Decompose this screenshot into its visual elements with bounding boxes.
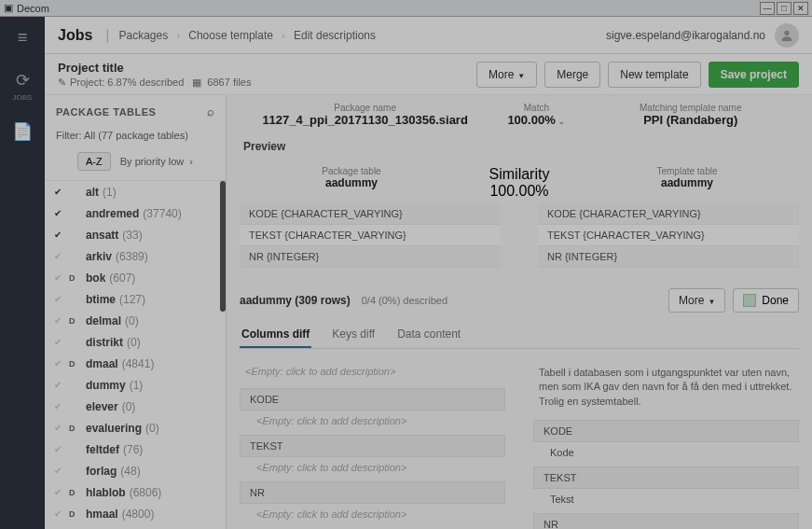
check-icon: ✔ — [54, 508, 69, 519]
tab-data-content[interactable]: Data content — [395, 322, 462, 348]
table-row[interactable]: ✔dummy(1) — [45, 374, 226, 396]
menu-icon[interactable]: ≡ — [9, 24, 35, 50]
d-flag: D — [69, 273, 86, 283]
table-row[interactable]: ✔btime(127) — [45, 288, 226, 310]
search-icon[interactable]: ⌕ — [207, 104, 215, 118]
table-name: elever — [86, 400, 118, 413]
table-name: hlablob — [86, 486, 126, 499]
match-value[interactable]: 100.00% ⌄ — [485, 113, 587, 127]
table-row[interactable]: ✔andremed(37740) — [45, 202, 226, 224]
new-template-button[interactable]: New template — [608, 62, 700, 88]
table-row[interactable]: ✔Ddmaal(4841) — [45, 353, 226, 374]
more-button[interactable]: More▼ — [476, 62, 537, 88]
nav-iconbar: ≡ ⟳ JOBS 📄 — [0, 17, 45, 529]
table-count: (4800) — [122, 508, 155, 521]
table-row[interactable]: ✔arkiv(6389) — [45, 245, 226, 267]
table-count: (1) — [103, 186, 117, 199]
sidebar: PACKAGE TABLES ⌕ Filter: All (77 package… — [45, 95, 227, 529]
project-title: Project title — [58, 61, 251, 75]
table-row[interactable]: ✔elever(0) — [45, 396, 226, 417]
preview-heading: Preview — [240, 134, 799, 159]
template-name-label: Matching template name — [588, 103, 794, 113]
table-count: (0) — [145, 422, 159, 435]
check-icon: ✔ — [54, 487, 69, 497]
crumb-edit-descriptions[interactable]: Edit descriptions — [294, 29, 376, 42]
field-value[interactable]: <Empty: click to add description> — [240, 411, 505, 431]
window-titlebar: ▣ Decom — □ ✕ — [0, 0, 812, 17]
table-count: (33) — [122, 229, 142, 242]
check-icon: ✔ — [54, 466, 69, 476]
table-count: (4841) — [122, 357, 155, 370]
table-count: (1) — [130, 379, 144, 392]
d-flag: D — [69, 316, 86, 326]
table-row[interactable]: ✔Dhmaal(4800) — [45, 503, 226, 524]
package-name: 1127_4_ppi_20171130_130356.siard — [245, 113, 485, 127]
table-row[interactable]: ✔Dbok(607) — [45, 267, 226, 288]
table-row[interactable]: ✔Ddelmal(0) — [45, 310, 226, 331]
note-add-icon[interactable]: 📄 — [9, 118, 35, 145]
column-item: NR {INTEGER} — [240, 246, 501, 268]
table-row[interactable]: ✔feltdef(76) — [45, 439, 226, 460]
field-header: KODE — [240, 388, 505, 411]
detail-more-button[interactable]: More▼ — [668, 288, 725, 313]
column-item: NR {INTEGER} — [538, 246, 799, 268]
check-icon: ✔ — [54, 294, 69, 304]
check-icon: ✔ — [54, 315, 69, 326]
sort-az-button[interactable]: A-Z — [77, 152, 111, 171]
table-name: bok — [86, 271, 105, 285]
table-desc-empty[interactable]: <Empty: click to add description> — [240, 358, 505, 384]
maximize-button[interactable]: □ — [777, 2, 791, 15]
table-row[interactable]: ✔forlag(48) — [45, 460, 226, 481]
table-row[interactable]: ✔distrikt(0) — [45, 331, 226, 353]
right-columns: KODE {CHARACTER_VARYING}TEKST {CHARACTER… — [538, 203, 799, 268]
crumb-packages[interactable]: Packages — [119, 29, 169, 42]
pkg-table-name: aadummy — [240, 176, 463, 189]
sort-priority-link[interactable]: By priority low › — [120, 156, 193, 167]
close-button[interactable]: ✕ — [793, 2, 808, 15]
package-table-list[interactable]: ✔alt(1)✔andremed(37740)✔ansatt(33)✔arkiv… — [45, 180, 226, 529]
template-name: PPI (Randaberg) — [588, 113, 794, 127]
table-count: (607) — [109, 271, 135, 285]
tab-columns-diff[interactable]: Columns diff — [240, 322, 311, 348]
package-name-label: Package name — [245, 103, 485, 113]
table-name: arkiv — [86, 250, 112, 263]
check-icon: ✔ — [54, 423, 69, 433]
tab-keys-diff[interactable]: Keys diff — [330, 322, 377, 348]
field-value[interactable]: <Empty: click to add description> — [240, 504, 505, 524]
avatar[interactable] — [775, 23, 799, 48]
table-name: evaluering — [86, 422, 142, 435]
scrollbar-thumb[interactable] — [220, 181, 226, 312]
similarity-label: Similarity — [463, 166, 575, 183]
minimize-button[interactable]: — — [760, 2, 775, 15]
field-header: TEKST — [533, 466, 799, 489]
field-value[interactable]: <Empty: click to add description> — [240, 457, 505, 478]
column-item: KODE {CHARACTER_VARYING} — [240, 203, 501, 225]
merge-button[interactable]: Merge — [544, 62, 600, 88]
table-count: (76) — [123, 443, 143, 456]
done-button[interactable]: Done — [733, 288, 799, 313]
save-project-button[interactable]: Save project — [709, 62, 799, 88]
check-icon: ✔ — [54, 272, 69, 283]
crumb-choose-template[interactable]: Choose template — [188, 29, 273, 42]
table-row[interactable]: ✔ansatt(33) — [45, 224, 226, 245]
table-count: (0) — [127, 336, 141, 349]
check-icon: ✔ — [54, 187, 69, 197]
diff-left: <Empty: click to add description> KODE<E… — [240, 358, 505, 529]
sync-icon[interactable]: ⟳ — [9, 67, 35, 93]
field-header: NR — [240, 481, 505, 504]
match-label: Match — [485, 103, 587, 113]
table-row[interactable]: ✔Dhlablob(6806) — [45, 481, 226, 503]
field-header: KODE — [533, 420, 799, 442]
d-flag: D — [69, 488, 86, 497]
table-desc-note: Tabell i databasen som i utgangspunktet … — [533, 358, 799, 416]
table-name: dmaal — [86, 357, 118, 370]
d-flag: D — [69, 424, 86, 433]
sidebar-filter[interactable]: Filter: All (77 package tables) — [45, 124, 226, 146]
column-item: TEKST {CHARACTER_VARYING} — [240, 225, 501, 246]
pkg-table-label: Package table — [240, 166, 463, 176]
similarity-value: 100.00% — [463, 183, 575, 200]
table-row[interactable]: ✔alt(1) — [45, 181, 226, 202]
check-icon: ✔ — [54, 401, 69, 411]
table-row[interactable]: ✔Devaluering(0) — [45, 417, 226, 439]
project-stats: ✎Project: 6.87% described ▦6867 files — [58, 77, 251, 89]
